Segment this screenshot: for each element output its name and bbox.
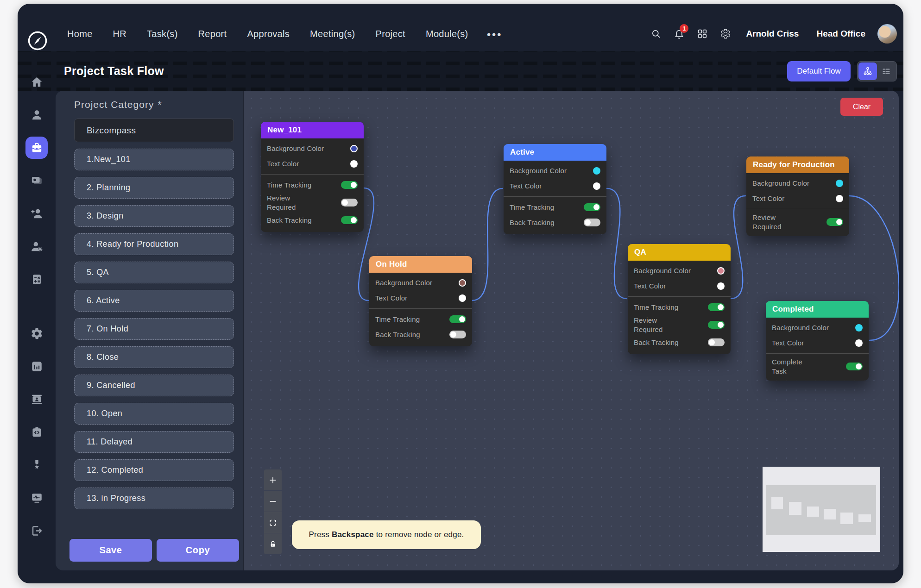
nav-item-approvals[interactable]: Approvals (247, 29, 290, 39)
zoom-in-button[interactable] (264, 469, 282, 490)
status-item[interactable]: 3. Design (74, 205, 234, 227)
zoom-out-button[interactable] (264, 491, 282, 512)
node-row: Review Required (752, 212, 843, 232)
color-swatch[interactable] (459, 294, 466, 302)
nav-item-home[interactable]: Home (67, 29, 93, 39)
node-row: Background Color (510, 163, 600, 178)
node-row-label: Back Tracking (634, 338, 679, 347)
sidebar-item-user-gear-icon[interactable] (25, 235, 48, 257)
status-item[interactable]: 6. Active (74, 290, 234, 312)
nav-item-report[interactable]: Report (198, 29, 227, 39)
color-swatch[interactable] (593, 182, 600, 190)
sidebar-item-briefcase-icon[interactable] (25, 137, 48, 159)
flow-node-active[interactable]: ActiveBackground ColorText ColorTime Tra… (504, 144, 606, 234)
copy-button[interactable]: Copy (157, 539, 239, 562)
flow-edge-qa-ready_for_production[interactable] (731, 196, 745, 299)
color-swatch[interactable] (350, 145, 358, 152)
sidebar-item-clipboard-code-icon[interactable] (25, 421, 48, 443)
sidebar-item-user-icon[interactable] (25, 104, 48, 126)
toggle-off[interactable] (341, 199, 358, 206)
node-row-label: Background Color (634, 266, 691, 275)
search-icon[interactable] (650, 28, 662, 39)
flow-node-qa[interactable]: QABackground ColorText ColorTime Trackin… (628, 244, 731, 354)
status-item[interactable]: 8. Close (74, 346, 234, 368)
status-item[interactable]: 10. Open (74, 403, 234, 425)
color-swatch[interactable] (717, 282, 725, 290)
toggle-off[interactable] (584, 219, 600, 226)
node-title: New_101 (261, 122, 364, 138)
toggle-on[interactable] (846, 363, 863, 370)
nav-item-hr[interactable]: HR (113, 29, 127, 39)
icon-sidebar (18, 51, 56, 583)
node-row-label: Back Tracking (510, 218, 555, 227)
flow-view-button[interactable] (858, 63, 877, 80)
clear-button[interactable]: Clear (840, 98, 883, 116)
apps-grid-icon[interactable] (697, 28, 708, 39)
sidebar-item-media-icon[interactable] (25, 169, 48, 192)
sidebar-item-settings-icon[interactable] (25, 322, 48, 344)
user-name[interactable]: Arnold Criss (746, 29, 799, 39)
sidebar-item-id-card-icon[interactable] (25, 388, 48, 410)
status-item[interactable]: 7. On Hold (74, 318, 234, 340)
flow-controls (264, 469, 282, 554)
flow-edge-on_hold-active[interactable] (472, 188, 503, 300)
status-item[interactable]: 9. Cancelled (74, 375, 234, 396)
toggle-on[interactable] (449, 315, 466, 323)
status-item[interactable]: 4. Ready for Production (74, 233, 234, 255)
nav-item-modules[interactable]: Module(s) (426, 29, 468, 39)
nav-overflow-button[interactable]: ●●● (487, 30, 502, 38)
node-row: Review Required (634, 315, 725, 335)
color-swatch[interactable] (593, 167, 600, 175)
color-swatch[interactable] (350, 160, 358, 168)
toggle-on[interactable] (826, 218, 843, 226)
color-swatch[interactable] (855, 339, 863, 347)
status-item[interactable]: 12. Completed (74, 459, 234, 481)
toggle-on[interactable] (708, 321, 725, 329)
flow-canvas[interactable]: New_101Background ColorText ColorTime Tr… (244, 91, 899, 570)
sidebar-item-calculator-icon[interactable] (25, 268, 48, 290)
nav-item-tasks[interactable]: Task(s) (147, 29, 178, 39)
sidebar-item-medal-icon[interactable] (25, 454, 48, 476)
app-logo-compass-icon[interactable] (27, 31, 48, 51)
status-item[interactable]: 13. in Progress (74, 488, 234, 509)
toggle-on[interactable] (341, 216, 358, 224)
gear-icon[interactable] (720, 28, 731, 39)
save-button[interactable]: Save (69, 539, 152, 562)
project-select[interactable]: Bizcompass (74, 119, 234, 142)
toggle-on[interactable] (584, 203, 600, 211)
nav-item-project[interactable]: Project (376, 29, 405, 39)
notifications-bell-icon[interactable]: 1 (674, 28, 685, 39)
office-selector[interactable]: Head Office (816, 29, 865, 39)
toggle-off[interactable] (449, 331, 466, 338)
flow-node-ready_for_production[interactable]: Ready for ProductionBackground ColorText… (746, 156, 849, 236)
flow-edge-active-qa[interactable] (607, 188, 627, 299)
lock-button[interactable] (264, 533, 282, 554)
color-swatch[interactable] (459, 279, 466, 287)
sidebar-item-home-icon[interactable] (25, 71, 48, 93)
flow-node-new_101[interactable]: New_101Background ColorText ColorTime Tr… (261, 122, 364, 232)
toggle-off[interactable] (708, 338, 725, 346)
color-swatch[interactable] (836, 180, 843, 187)
flow-node-on_hold[interactable]: On HoldBackground ColorText ColorTime Tr… (369, 256, 472, 346)
default-flow-button[interactable]: Default Flow (787, 61, 851, 81)
sidebar-item-bar-chart-icon[interactable] (25, 355, 48, 377)
toggle-on[interactable] (341, 181, 358, 189)
flow-node-completed[interactable]: CompletedBackground ColorText ColorCompl… (766, 301, 869, 381)
sidebar-item-monitor-pulse-icon[interactable] (25, 487, 48, 509)
status-item[interactable]: 1.New_101 (74, 149, 234, 170)
sidebar-item-logout-icon[interactable] (25, 519, 48, 542)
nav-item-meetings[interactable]: Meeting(s) (310, 29, 355, 39)
fit-view-button[interactable] (264, 512, 282, 533)
list-icon (881, 66, 892, 77)
minimap[interactable] (763, 467, 880, 552)
color-swatch[interactable] (717, 267, 725, 275)
status-item[interactable]: 11. Delayed (74, 431, 234, 453)
color-swatch[interactable] (855, 324, 863, 332)
toggle-on[interactable] (708, 303, 725, 311)
list-view-button[interactable] (877, 63, 896, 80)
status-item[interactable]: 2. Planning (74, 177, 234, 199)
status-item[interactable]: 5. QA (74, 262, 234, 283)
color-swatch[interactable] (836, 195, 843, 202)
avatar[interactable] (877, 24, 897, 44)
sidebar-item-user-plus-icon[interactable] (25, 202, 48, 225)
